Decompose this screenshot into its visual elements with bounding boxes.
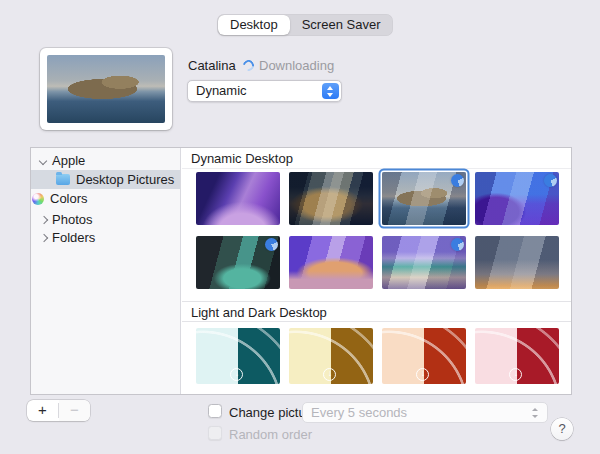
wallpaper-thumbnail-solar-gradients[interactable] xyxy=(475,236,559,289)
add-remove-control: + − xyxy=(27,400,90,421)
sidebar-item-desktop-pictures[interactable]: Desktop Pictures xyxy=(31,170,180,189)
sidebar-group-label: Apple xyxy=(52,153,85,168)
stepper-arrows-icon xyxy=(530,405,540,421)
random-order-checkbox xyxy=(208,426,222,440)
wallpaper-thumbnail-orange[interactable] xyxy=(382,328,466,384)
dynamic-stripes-overlay xyxy=(289,172,373,225)
random-order-label: Random order xyxy=(229,427,312,442)
sidebar-item-label: Colors xyxy=(50,191,88,206)
downloading-progress-icon xyxy=(451,174,464,187)
sidebar-group-folders[interactable]: Folders xyxy=(31,228,180,247)
folder-icon xyxy=(56,174,70,185)
downloading-progress-icon xyxy=(544,174,557,187)
add-folder-button[interactable]: + xyxy=(27,400,58,421)
sidebar-item-colors[interactable]: Colors xyxy=(31,189,180,208)
wallpaper-thumbnail-beach[interactable] xyxy=(382,236,466,289)
wallpaper-thumbnail-gold[interactable] xyxy=(289,328,373,384)
disclosure-down-icon[interactable] xyxy=(39,157,47,165)
wallpaper-thumbnail-catalina-selected[interactable] xyxy=(382,172,466,225)
sidebar-group-photos[interactable]: Photos xyxy=(31,210,180,229)
desktop-pictures-panel: Apple Desktop Pictures Colors Photos Fol… xyxy=(30,147,572,395)
downloading-progress-icon xyxy=(451,238,464,251)
view-tabs: Desktop Screen Saver xyxy=(217,14,393,36)
wallpaper-preview-card xyxy=(40,48,172,130)
wallpaper-grid: Dynamic Desktop Light and Dark Desktop xyxy=(182,148,571,394)
wallpaper-thumbnail-teal[interactable] xyxy=(196,328,280,384)
stepper-arrows-icon xyxy=(322,83,339,99)
tab-desktop[interactable]: Desktop xyxy=(218,15,290,35)
download-status: Downloading xyxy=(243,58,334,73)
wallpaper-thumbnail-dunes[interactable] xyxy=(289,236,373,289)
section-title-light-and-dark: Light and Dark Desktop xyxy=(182,301,571,322)
downloading-spinner-icon xyxy=(241,58,256,73)
section-title-dynamic-desktop: Dynamic Desktop xyxy=(182,148,571,169)
wallpaper-thumbnail-monterey[interactable] xyxy=(196,172,280,225)
interval-value: Every 5 seconds xyxy=(311,405,407,420)
change-picture-checkbox[interactable] xyxy=(208,404,222,418)
wallpaper-thumbnail-big-sur-abstract[interactable] xyxy=(475,172,559,225)
sidebar-group-apple[interactable]: Apple xyxy=(31,151,180,170)
download-status-label: Downloading xyxy=(259,58,334,73)
wallpaper-style-select[interactable]: Dynamic xyxy=(187,80,342,102)
wallpaper-name: Catalina xyxy=(188,58,236,73)
sidebar-group-label: Photos xyxy=(52,212,92,227)
disclosure-right-icon[interactable] xyxy=(39,216,47,224)
disclosure-right-icon[interactable] xyxy=(39,234,47,242)
tab-screen-saver[interactable]: Screen Saver xyxy=(290,15,393,35)
remove-folder-button: − xyxy=(59,400,90,421)
sidebar-item-label: Desktop Pictures xyxy=(76,172,174,187)
interval-select: Every 5 seconds xyxy=(302,402,548,423)
help-button[interactable]: ? xyxy=(551,418,573,440)
wallpaper-thumbnail-big-sur-coast[interactable] xyxy=(289,172,373,225)
downloading-progress-icon xyxy=(265,238,278,251)
wallpaper-thumbnail-valley[interactable] xyxy=(196,236,280,289)
wallpaper-preview-image xyxy=(47,55,165,123)
source-list: Apple Desktop Pictures Colors Photos Fol… xyxy=(31,148,181,394)
color-sphere-icon xyxy=(32,193,44,205)
sidebar-group-label: Folders xyxy=(52,230,95,245)
wallpaper-style-value: Dynamic xyxy=(196,83,247,98)
wallpaper-thumbnail-red[interactable] xyxy=(475,328,559,384)
